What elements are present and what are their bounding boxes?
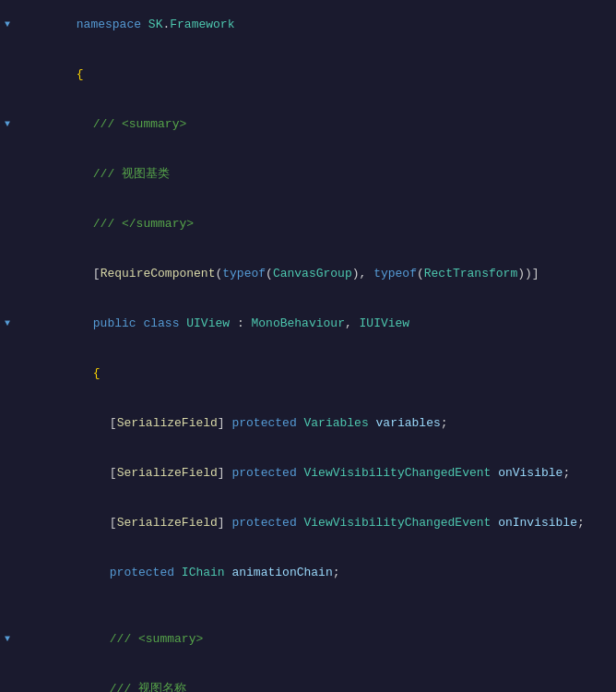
- code-line: {: [0, 349, 616, 399]
- code-content: /// </summary>: [28, 199, 616, 249]
- code-content: public class UIView : MonoBehaviour, IUI…: [28, 299, 616, 349]
- code-line: /// 视图基类: [0, 149, 616, 199]
- code-line: [0, 598, 616, 614]
- fold-icon[interactable]: ▼: [2, 316, 13, 332]
- code-line: [SerializeField] protected Variables var…: [0, 399, 616, 448]
- fold-icon[interactable]: ▼: [2, 116, 13, 133]
- code-content: [RequireComponent(typeof(CanvasGroup), t…: [28, 249, 616, 299]
- code-content: [28, 598, 616, 614]
- code-content: protected IChain animationChain;: [28, 548, 616, 598]
- code-line: ▼ namespace SK.Framework: [0, 0, 616, 50]
- code-content: [SerializeField] protected Variables var…: [28, 399, 616, 448]
- code-content: [SerializeField] protected ViewVisibilit…: [28, 448, 616, 498]
- code-content: /// 视图基类: [28, 149, 616, 199]
- fold-icon[interactable]: ▼: [2, 17, 13, 33]
- code-content: {: [28, 349, 616, 399]
- code-content: {: [28, 50, 616, 100]
- code-content: /// <summary>: [28, 100, 616, 149]
- code-content: namespace SK.Framework: [28, 0, 616, 50]
- code-line: /// 视图名称: [0, 664, 616, 692]
- code-line: ▼ public class UIView : MonoBehaviour, I…: [0, 299, 616, 349]
- code-line: {: [0, 50, 616, 100]
- code-line: ▼ /// <summary>: [0, 614, 616, 664]
- code-line: [SerializeField] protected ViewVisibilit…: [0, 498, 616, 548]
- code-content: [SerializeField] protected ViewVisibilit…: [28, 498, 616, 548]
- fold-icon[interactable]: ▼: [2, 631, 13, 648]
- code-content: /// <summary>: [28, 614, 616, 664]
- code-line: [SerializeField] protected ViewVisibilit…: [0, 448, 616, 498]
- code-line: protected IChain animationChain;: [0, 548, 616, 598]
- code-editor: ▼ namespace SK.Framework { ▼ /// <summar…: [0, 0, 616, 692]
- code-line: /// </summary>: [0, 199, 616, 249]
- code-line: [RequireComponent(typeof(CanvasGroup), t…: [0, 249, 616, 299]
- code-line: ▼ /// <summary>: [0, 100, 616, 149]
- code-content: /// 视图名称: [28, 664, 616, 692]
